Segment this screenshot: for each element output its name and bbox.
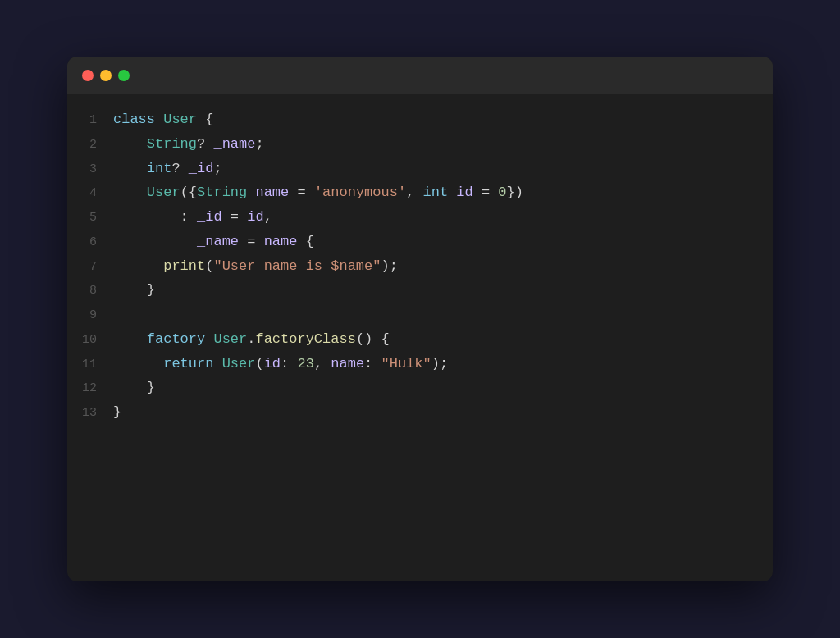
code-line-13: 13 } <box>67 400 773 425</box>
code-line-3: 3 int? _id; <box>67 157 773 181</box>
code-line-9: 9 <box>67 303 773 327</box>
code-line-8: 8 } <box>67 278 773 303</box>
code-content <box>113 303 121 327</box>
code-content: int? _id; <box>113 157 222 181</box>
code-line-7: 7 print("User name is $name"); <box>67 254 773 279</box>
line-number: 5 <box>75 207 113 229</box>
line-number: 4 <box>75 183 113 204</box>
code-line-11: 11 return User(id: 23, name: "Hulk"); <box>67 352 773 376</box>
code-line-5: 5 : _id = id, <box>67 205 773 230</box>
code-content: factory User.factoryClass() { <box>113 327 390 352</box>
code-editor-window: 1 class User { 2 String? _name; 3 int? _… <box>67 57 773 581</box>
code-line-6: 6 _name = name { <box>67 230 773 254</box>
code-content: User({String name = 'anonymous', int id … <box>113 180 523 205</box>
line-number: 6 <box>75 232 113 253</box>
minimize-button[interactable] <box>100 70 112 81</box>
code-content: class User { <box>113 107 213 132</box>
close-button[interactable] <box>82 70 94 81</box>
titlebar <box>67 57 773 94</box>
line-number: 13 <box>75 403 113 424</box>
code-line-12: 12 } <box>67 376 773 400</box>
line-number: 7 <box>75 257 113 278</box>
code-line-4: 4 User({String name = 'anonymous', int i… <box>67 180 773 205</box>
maximize-button[interactable] <box>118 70 130 81</box>
line-number: 1 <box>75 110 113 131</box>
code-area: 1 class User { 2 String? _name; 3 int? _… <box>67 94 773 449</box>
code-content: return User(id: 23, name: "Hulk"); <box>113 352 448 376</box>
line-number: 12 <box>75 378 113 399</box>
code-line-2: 2 String? _name; <box>67 132 773 157</box>
code-line-10: 10 factory User.factoryClass() { <box>67 327 773 352</box>
line-number: 3 <box>75 159 113 180</box>
code-content: } <box>113 376 155 400</box>
line-number: 8 <box>75 280 113 302</box>
code-content: _name = name { <box>113 230 314 254</box>
line-number: 10 <box>75 330 113 351</box>
code-line-1: 1 class User { <box>67 107 773 132</box>
code-content: } <box>113 278 155 303</box>
line-number: 9 <box>75 305 113 326</box>
code-content: } <box>113 400 121 425</box>
code-content: String? _name; <box>113 132 264 157</box>
line-number: 2 <box>75 134 113 156</box>
line-number: 11 <box>75 354 113 376</box>
code-content: : _id = id, <box>113 205 272 230</box>
code-content: print("User name is $name"); <box>113 254 398 279</box>
